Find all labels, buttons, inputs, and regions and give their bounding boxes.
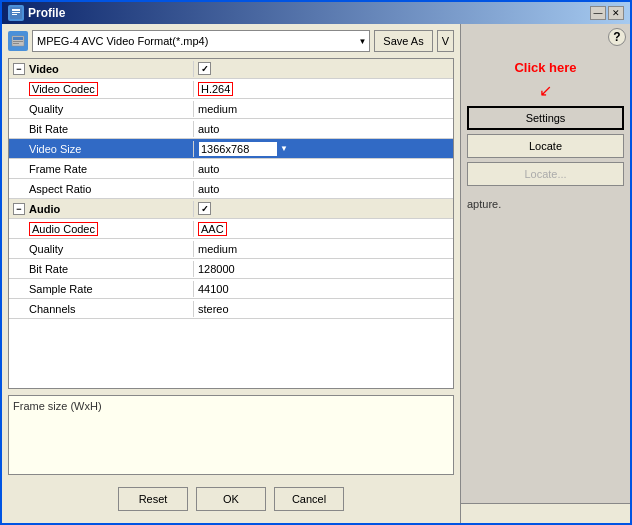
audio-quality-label: Quality xyxy=(9,241,194,257)
profile-icon xyxy=(8,5,24,21)
audio-codec-label-text: Audio Codec xyxy=(29,222,98,236)
videosize-input[interactable] xyxy=(198,141,278,157)
format-select-wrapper[interactable]: MPEG-4 AVC Video Format(*.mp4) xyxy=(32,30,370,52)
videosize-dropdown-arrow[interactable]: ▼ xyxy=(280,144,288,153)
audio-quality-value: medium xyxy=(194,241,453,257)
quality-row: Quality medium xyxy=(9,99,453,119)
samplerate-value: 44100 xyxy=(194,281,453,297)
audio-codec-value-text: AAC xyxy=(198,222,227,236)
video-checkbox[interactable]: ✓ xyxy=(198,62,211,75)
main-window: Profile — ✕ M xyxy=(0,0,632,525)
videosize-row[interactable]: Video Size ▼ xyxy=(9,139,453,159)
video-codec-row: Video Codec H.264 xyxy=(9,79,453,99)
svg-rect-1 xyxy=(12,9,20,11)
video-expander[interactable]: − xyxy=(13,63,25,75)
videosize-value: ▼ xyxy=(194,139,453,159)
framerate-value: auto xyxy=(194,161,453,177)
framerate-row: Frame Rate auto xyxy=(9,159,453,179)
channels-value: stereo xyxy=(194,301,453,317)
locate2-button[interactable]: Locate... xyxy=(467,162,624,186)
aspectratio-label: Aspect Ratio xyxy=(9,181,194,197)
bitrate-value: auto xyxy=(194,121,453,137)
framerate-label: Frame Rate xyxy=(9,161,194,177)
audio-section-check: ✓ xyxy=(194,200,453,217)
samplerate-label: Sample Rate xyxy=(9,281,194,297)
video-label: Video xyxy=(29,63,59,75)
aspectratio-row: Aspect Ratio auto xyxy=(9,179,453,199)
audio-section-label: − Audio xyxy=(9,201,194,217)
left-panel: MPEG-4 AVC Video Format(*.mp4) Save As V… xyxy=(2,24,460,523)
video-section-check: ✓ xyxy=(194,60,453,77)
window-body: MPEG-4 AVC Video Format(*.mp4) Save As V… xyxy=(2,24,630,523)
saveas-button[interactable]: Save As xyxy=(374,30,432,52)
bitrate-label: Bit Rate xyxy=(9,121,194,137)
video-codec-value: H.264 xyxy=(194,80,453,98)
title-bar: Profile — ✕ xyxy=(2,2,630,24)
format-select[interactable]: MPEG-4 AVC Video Format(*.mp4) xyxy=(32,30,370,52)
video-codec-label: Video Codec xyxy=(9,81,194,97)
svg-rect-2 xyxy=(12,12,20,13)
ok-button[interactable]: OK xyxy=(196,487,266,511)
video-codec-label-text: Video Codec xyxy=(29,82,98,96)
svg-rect-5 xyxy=(13,37,23,40)
settings-button[interactable]: Settings xyxy=(467,106,624,130)
video-section-label: − Video xyxy=(9,61,194,77)
cancel-button[interactable]: Cancel xyxy=(274,487,344,511)
minimize-button[interactable]: — xyxy=(590,6,606,20)
title-bar-left: Profile xyxy=(8,5,65,21)
click-here-label: Click here xyxy=(467,60,624,75)
help-icon[interactable]: ? xyxy=(608,28,626,46)
close-button[interactable]: ✕ xyxy=(608,6,624,20)
title-controls: — ✕ xyxy=(590,6,624,20)
audio-bitrate-value: 128000 xyxy=(194,261,453,277)
audio-quality-row: Quality medium xyxy=(9,239,453,259)
bottom-bar: Reset OK Cancel xyxy=(8,481,454,517)
channels-row: Channels stereo xyxy=(9,299,453,319)
audio-codec-value: AAC xyxy=(194,220,453,238)
reset-button[interactable]: Reset xyxy=(118,487,188,511)
videosize-label: Video Size xyxy=(9,141,194,157)
audio-section-header: − Audio ✓ xyxy=(9,199,453,219)
svg-rect-7 xyxy=(13,43,19,44)
audio-bitrate-label: Bit Rate xyxy=(9,261,194,277)
video-section-header: − Video ✓ xyxy=(9,59,453,79)
window-title: Profile xyxy=(28,6,65,20)
samplerate-row: Sample Rate 44100 xyxy=(9,279,453,299)
capture-text: apture. xyxy=(467,198,624,210)
locate1-button[interactable]: Locate xyxy=(467,134,624,158)
aspectratio-value: auto xyxy=(194,181,453,197)
bitrate-row: Bit Rate auto xyxy=(9,119,453,139)
v-button[interactable]: V xyxy=(437,30,454,52)
svg-rect-3 xyxy=(12,14,17,15)
arrow-down-icon: ↙ xyxy=(467,81,624,100)
quality-value: medium xyxy=(194,101,453,117)
toolbar: MPEG-4 AVC Video Format(*.mp4) Save As V xyxy=(8,30,454,52)
channels-label: Channels xyxy=(9,301,194,317)
svg-rect-6 xyxy=(13,41,23,42)
audio-label: Audio xyxy=(29,203,60,215)
properties-grid: − Video ✓ Video Codec H.264 xyxy=(8,58,454,389)
right-panel: ? Click here ↙ Settings Locate Locate...… xyxy=(460,24,630,523)
right-panel-bottom-bar xyxy=(461,503,630,523)
format-icon xyxy=(8,31,28,51)
audio-bitrate-row: Bit Rate 128000 xyxy=(9,259,453,279)
audio-codec-row: Audio Codec AAC xyxy=(9,219,453,239)
audio-checkbox[interactable]: ✓ xyxy=(198,202,211,215)
quality-label: Quality xyxy=(9,101,194,117)
capture-text-content: apture. xyxy=(467,198,501,210)
description-box: Frame size (WxH) xyxy=(8,395,454,475)
video-codec-value-text: H.264 xyxy=(198,82,233,96)
audio-codec-label: Audio Codec xyxy=(9,221,194,237)
description-text: Frame size (WxH) xyxy=(13,400,102,412)
audio-expander[interactable]: − xyxy=(13,203,25,215)
